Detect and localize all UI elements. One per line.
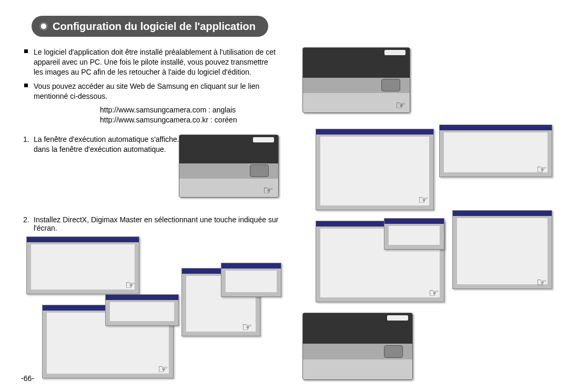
link-en: http://www.samsungcamera.com : anglais	[100, 105, 279, 115]
bullet-1: Le logiciel d'application doit être inst…	[21, 47, 279, 77]
page-number: -66-	[21, 374, 34, 383]
step-2-text: Installez DirectX, Digimax Master en sél…	[34, 215, 278, 232]
screenshot-dialog	[26, 236, 139, 294]
step-2: 2. Installez DirectX, Digimax Master en …	[21, 215, 279, 232]
links-block: http://www.samsungcamera.com : anglais h…	[21, 105, 279, 125]
bullet-2-text: Vous pouvez accéder au site Web de Samsu…	[34, 82, 259, 100]
step-2-wrap: 2. Installez DirectX, Digimax Master en …	[21, 215, 279, 232]
screenshot-dialog	[221, 263, 281, 297]
screenshot-dialog	[384, 218, 444, 250]
screenshot-installer-bottom	[302, 313, 413, 380]
screenshot-dialog	[105, 294, 179, 326]
screenshot-dialog	[316, 129, 434, 210]
step-2-number: 2.	[23, 215, 29, 224]
title-dot-icon	[41, 24, 46, 29]
screenshot-dialog	[439, 125, 552, 177]
screenshot-autorun	[179, 135, 279, 198]
square-bullet-icon	[24, 49, 28, 53]
square-bullet-icon	[24, 84, 28, 87]
page-title: Configuration du logiciel de l'applicati…	[32, 16, 268, 37]
step-1-number: 1.	[23, 135, 29, 145]
title-text: Configuration du logiciel de l'applicati…	[53, 20, 256, 33]
bullet-1-text: Le logiciel d'application doit être inst…	[34, 48, 276, 76]
link-kr: http://www.samsungcamera.co.kr : coréen	[100, 115, 279, 125]
screenshot-dialog	[452, 210, 552, 289]
bullet-2: Vous pouvez accéder au site Web de Samsu…	[21, 81, 279, 101]
screenshot-installer-top	[302, 47, 410, 113]
